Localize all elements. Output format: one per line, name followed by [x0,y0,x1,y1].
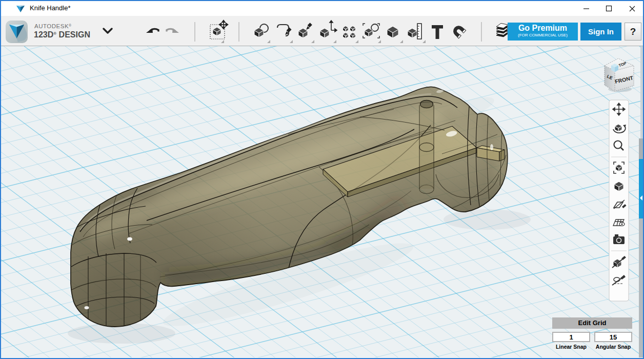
svg-text:123D® DESIGN: 123D® DESIGN [34,30,90,39]
svg-text:AUTODESK®: AUTODESK® [34,23,72,29]
